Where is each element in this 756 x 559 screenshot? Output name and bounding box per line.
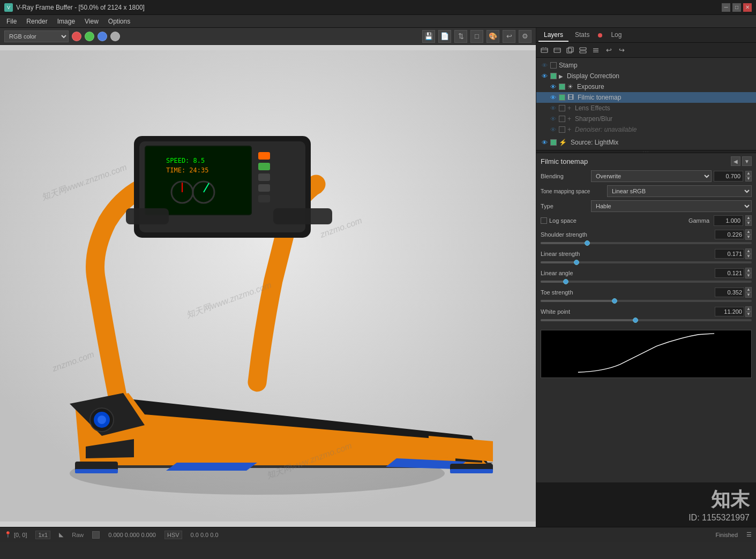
layer-sharpen[interactable]: 👁 + Sharpen/Blur [536, 114, 756, 124]
wp-spinner[interactable]: ▲ ▼ [745, 306, 752, 317]
menu-view[interactable]: View [80, 17, 103, 26]
toe-spinner[interactable]: ▲ ▼ [745, 287, 752, 298]
undo-button[interactable]: ↩ [603, 44, 615, 56]
minimize-button[interactable]: ─ [722, 3, 730, 12]
layer-exposure[interactable]: 👁 ☀ Exposure [536, 81, 756, 92]
blending-down-btn[interactable]: ▼ [745, 176, 752, 182]
toe-strength-track[interactable] [541, 300, 752, 302]
save-region-button[interactable]: 📄 [438, 30, 451, 43]
layer-check-denoiser[interactable] [559, 126, 565, 133]
layer-eye-filmic[interactable]: 👁 [549, 94, 557, 101]
layer-check-lens[interactable] [559, 105, 565, 111]
shoulder-up[interactable]: ▲ [745, 229, 752, 235]
layer-eye-stamp[interactable]: 👁 [541, 62, 548, 69]
layer-eye-display[interactable]: 👁 [541, 72, 548, 80]
layer-display-correction[interactable]: 👁 ▶ Display Correction [536, 71, 756, 81]
layer-check-filmic[interactable] [559, 94, 565, 101]
layer-eye-denoiser[interactable]: 👁 [549, 126, 557, 133]
shoulder-thumb[interactable] [585, 240, 590, 246]
linear-strength-input[interactable] [715, 249, 744, 259]
blending-up-btn[interactable]: ▲ [745, 171, 752, 176]
ls-thumb[interactable] [574, 260, 579, 265]
settings-button[interactable]: ⚙ [519, 30, 532, 43]
type-select[interactable]: Hable Reinhard ACES [591, 200, 752, 212]
layer-lens[interactable]: 👁 + Lens Effects [536, 103, 756, 114]
layer-eye-exposure[interactable]: 👁 [549, 83, 557, 90]
toe-thumb[interactable] [612, 298, 617, 304]
menu-icon[interactable]: ☰ [746, 531, 752, 538]
menu-render[interactable]: Render [22, 17, 51, 26]
window-controls[interactable]: ─ □ ✕ [722, 3, 752, 12]
wp-thumb[interactable] [633, 318, 638, 323]
layer-source[interactable]: 👁 ⚡ Source: LightMix [536, 137, 756, 148]
channel-blue-button[interactable] [98, 32, 107, 41]
la-down[interactable]: ▼ [745, 273, 752, 278]
linear-strength-spinner[interactable]: ▲ ▼ [745, 248, 752, 259]
save-image-button[interactable]: 💾 [422, 30, 435, 43]
linear-strength-track[interactable] [541, 261, 752, 263]
remove-layer-button[interactable] [551, 44, 563, 56]
linear-angle-input[interactable] [715, 268, 744, 278]
white-point-input[interactable] [715, 307, 744, 316]
ls-up[interactable]: ▲ [745, 248, 752, 254]
layer-check-source[interactable] [550, 139, 557, 146]
layer-check-display[interactable] [550, 73, 557, 79]
wp-down[interactable]: ▼ [745, 312, 752, 317]
tone-mapping-select[interactable]: Linear sRGB Log [607, 185, 752, 197]
gamma-spinner[interactable]: ▲ ▼ [745, 215, 752, 226]
la-up[interactable]: ▲ [745, 268, 752, 273]
shoulder-strength-input[interactable] [715, 230, 744, 239]
shoulder-down[interactable]: ▼ [745, 235, 752, 240]
properties-collapse-btn[interactable]: ◀ [731, 156, 740, 166]
blending-select[interactable]: Overwrite Add Multiply [591, 170, 712, 182]
merge-layer-button[interactable] [577, 44, 589, 56]
gamma-down-btn[interactable]: ▼ [745, 221, 752, 226]
properties-expand-btn[interactable]: ▼ [742, 156, 752, 166]
color-mode-select[interactable]: RGB color [4, 31, 69, 42]
color-picker-button[interactable]: 🎨 [486, 30, 499, 43]
menu-image[interactable]: Image [53, 17, 79, 26]
layer-filmic[interactable]: 👁 🎞 Filmic tonemap [536, 92, 756, 103]
white-point-track[interactable] [541, 319, 752, 321]
layer-check-exposure[interactable] [559, 84, 565, 90]
blending-spinner[interactable]: ▲ ▼ [745, 171, 752, 182]
maximize-button[interactable]: □ [732, 3, 741, 12]
close-button[interactable]: ✕ [743, 3, 752, 12]
tab-log[interactable]: Log [605, 29, 627, 42]
toe-strength-input[interactable] [715, 288, 744, 297]
tab-layers[interactable]: Layers [538, 29, 568, 42]
menu-options[interactable]: Options [104, 17, 134, 26]
blending-amount-input[interactable] [714, 171, 743, 182]
canvas-area[interactable]: SPEED: 8.5 TIME: 24:35 [0, 45, 536, 527]
menu-file[interactable]: File [2, 17, 21, 26]
compare-button[interactable]: ⇅ [454, 30, 467, 43]
tab-stats[interactable]: Stats [570, 29, 595, 42]
layer-eye-sharpen[interactable]: 👁 [549, 115, 557, 123]
shoulder-spinner[interactable]: ▲ ▼ [745, 229, 752, 240]
linear-angle-track[interactable] [541, 281, 752, 283]
la-thumb[interactable] [563, 279, 568, 284]
gamma-input[interactable] [714, 215, 743, 226]
channel-green-button[interactable] [85, 32, 94, 41]
layer-denoiser[interactable]: 👁 + Denoiser: unavailable [536, 124, 756, 135]
la-spinner[interactable]: ▲ ▼ [745, 268, 752, 278]
ls-down[interactable]: ▼ [745, 254, 752, 259]
gamma-up-btn[interactable]: ▲ [745, 215, 752, 221]
reset-button[interactable]: ↩ [503, 30, 515, 43]
layer-check-sharpen[interactable] [559, 116, 565, 122]
layer-eye-source[interactable]: 👁 [541, 139, 548, 146]
toe-up[interactable]: ▲ [745, 287, 752, 292]
toe-down[interactable]: ▼ [745, 292, 752, 298]
layer-eye-lens[interactable]: 👁 [549, 104, 557, 112]
channel-alpha-button[interactable] [110, 32, 120, 41]
wp-up[interactable]: ▲ [745, 306, 752, 312]
log-space-checkbox[interactable] [541, 217, 547, 224]
redo-button[interactable]: ↪ [616, 44, 627, 56]
copy-layer-button[interactable] [564, 44, 576, 56]
add-layer-button[interactable] [538, 44, 550, 56]
list-button[interactable] [590, 44, 602, 56]
clamp-button[interactable]: □ [470, 30, 483, 43]
channel-red-button[interactable] [72, 32, 81, 41]
layer-check-stamp[interactable] [550, 62, 557, 69]
shoulder-track[interactable] [541, 242, 752, 244]
